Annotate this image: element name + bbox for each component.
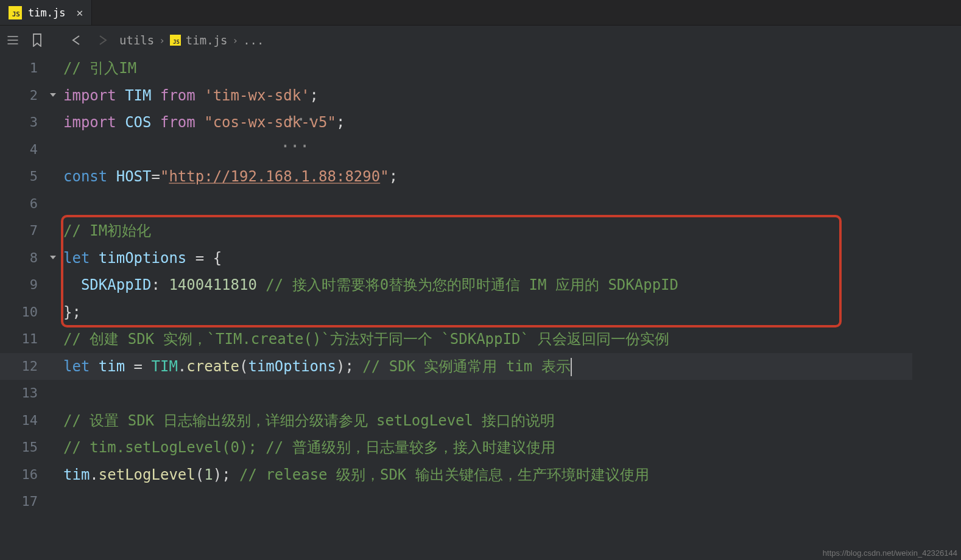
line-number: 11 <box>0 326 49 353</box>
line-number: 12 <box>0 353 49 380</box>
line-number: 10 <box>0 299 49 326</box>
line-number: 2 <box>0 82 49 110</box>
breadcrumb[interactable]: utils › JS tim.js › ... <box>119 33 264 47</box>
code-content[interactable]: // 设置 SDK 日志输出级别，详细分级请参见 setLogLevel 接口的… <box>63 407 961 435</box>
breadcrumb-segment[interactable]: tim.js <box>186 33 228 47</box>
code-editor[interactable]: 1// 引入IM2import TIM from 'tim-wx-sdk';..… <box>0 55 961 516</box>
line-number: 7 <box>0 217 49 245</box>
chevron-right-icon: › <box>232 35 238 46</box>
code-line[interactable]: 17 <box>0 488 961 516</box>
tab-bar: JS tim.js ✕ <box>0 0 961 26</box>
code-line[interactable]: 6 <box>0 191 961 218</box>
code-content[interactable]: SDKAppID: 1400411810 // 接入时需要将0替换为您的即时通信… <box>63 271 961 299</box>
code-content[interactable]: // 创建 SDK 实例，`TIM.create()`方法对于同一个 `SDKA… <box>63 326 961 353</box>
js-icon: JS <box>170 35 181 46</box>
code-content[interactable]: // 引入IM <box>63 55 961 82</box>
line-number: 14 <box>0 407 49 435</box>
tab-tim-js[interactable]: JS tim.js ✕ <box>0 0 92 25</box>
nav-forward-icon <box>95 35 108 46</box>
code-line[interactable]: 13 <box>0 380 961 407</box>
code-content[interactable]: }; <box>63 299 961 326</box>
code-line[interactable]: 4 <box>0 136 961 164</box>
code-line[interactable]: 12let tim = TIM.create(timOptions); // S… <box>0 353 961 380</box>
code-content[interactable]: import COS from "cos-wx-sdk-v5"; <box>63 109 961 136</box>
line-number: 1 <box>0 55 49 82</box>
breadcrumb-segment[interactable]: ... <box>243 33 264 47</box>
minimap[interactable] <box>912 55 961 560</box>
code-line[interactable]: 1// 引入IM <box>0 55 961 82</box>
js-icon: JS <box>9 6 22 19</box>
code-content[interactable]: import TIM from 'tim-wx-sdk'; <box>63 82 961 110</box>
line-number: 16 <box>0 461 49 489</box>
code-line[interactable]: 3import COS from "cos-wx-sdk-v5"; <box>0 109 961 136</box>
code-content[interactable]: let timOptions = { <box>63 245 961 272</box>
code-line[interactable]: 15// tim.setLogLevel(0); // 普通级别，日志量较多，接… <box>0 434 961 461</box>
list-icon[interactable] <box>6 34 19 46</box>
code-content[interactable]: tim.setLogLevel(1); // release 级别，SDK 输出… <box>63 461 961 489</box>
line-number: 5 <box>0 163 49 191</box>
code-line[interactable]: 16tim.setLogLevel(1); // release 级别，SDK … <box>0 461 961 489</box>
code-content[interactable]: // tim.setLogLevel(0); // 普通级别，日志量较多，接入时… <box>63 434 961 461</box>
fold-indicator[interactable] <box>49 82 63 110</box>
line-number: 17 <box>0 488 49 516</box>
code-line[interactable]: 9 SDKAppID: 1400411810 // 接入时需要将0替换为您的即时… <box>0 271 961 299</box>
lint-hint-icon: ... <box>280 128 309 156</box>
fold-indicator[interactable] <box>49 245 63 272</box>
code-line[interactable]: 7// IM初始化 <box>0 217 961 245</box>
code-content[interactable]: // IM初始化 <box>63 217 961 245</box>
nav-back-icon[interactable] <box>71 35 84 46</box>
close-icon[interactable]: ✕ <box>76 6 83 19</box>
code-line[interactable]: 5const HOST="http://192.168.1.88:8290"; <box>0 163 961 191</box>
code-line[interactable]: 8let timOptions = { <box>0 245 961 272</box>
toolbar: utils › JS tim.js › ... <box>0 26 961 55</box>
code-line[interactable]: 2import TIM from 'tim-wx-sdk'; <box>0 82 961 110</box>
breadcrumb-segment[interactable]: utils <box>119 33 154 47</box>
line-number: 9 <box>0 271 49 299</box>
code-content[interactable]: let tim = TIM.create(timOptions); // SDK… <box>63 353 961 380</box>
code-line[interactable]: 14// 设置 SDK 日志输出级别，详细分级请参见 setLogLevel 接… <box>0 407 961 435</box>
bookmark-icon[interactable] <box>30 33 44 47</box>
line-number: 4 <box>0 136 49 164</box>
line-number: 8 <box>0 245 49 272</box>
line-number: 3 <box>0 109 49 136</box>
line-number: 6 <box>0 191 49 218</box>
line-number: 13 <box>0 380 49 407</box>
line-number: 15 <box>0 434 49 461</box>
code-line[interactable]: 10}; <box>0 299 961 326</box>
tab-filename: tim.js <box>28 7 65 19</box>
watermark-text: https://blog.csdn.net/weixin_42326144 <box>823 548 957 558</box>
code-content[interactable]: const HOST="http://192.168.1.88:8290"; <box>63 163 961 191</box>
chevron-right-icon: › <box>159 35 165 46</box>
code-line[interactable]: 11// 创建 SDK 实例，`TIM.create()`方法对于同一个 `SD… <box>0 326 961 353</box>
